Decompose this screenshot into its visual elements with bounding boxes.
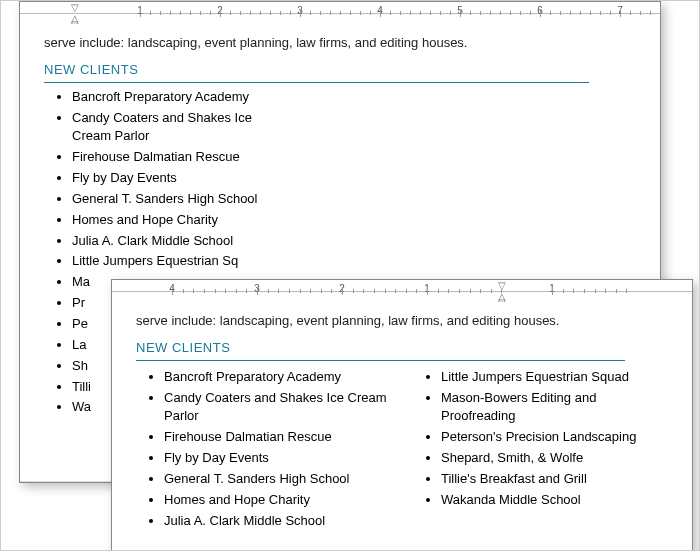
list-item: Wakanda Middle School	[441, 490, 668, 511]
list-item: Julia A. Clark Middle School	[72, 231, 292, 252]
list-item: Peterson's Precision Landscaping	[441, 427, 668, 448]
list-item: Little Jumpers Equestrian Squad	[441, 367, 668, 388]
section-title: NEW CLIENTS	[44, 61, 589, 83]
list-item: General T. Sanders High School	[72, 189, 292, 210]
intro-text: serve include: landscaping, event planni…	[44, 34, 636, 53]
stage: ▽ △ ▭ 1234567 serve include: landscaping…	[0, 0, 700, 551]
list-item: Fly by Day Events	[72, 168, 292, 189]
list-item: Homes and Hope Charity	[72, 210, 292, 231]
first-line-indent-marker-icon[interactable]: ▽	[71, 2, 79, 13]
list-item: Shepard, Smith, & Wolfe	[441, 448, 668, 469]
list-item: Bancroft Preparatory Academy	[164, 367, 391, 388]
list-item: Homes and Hope Charity	[164, 490, 391, 511]
list-item: Candy Coaters and Shakes Ice Cream Parlo…	[164, 388, 391, 428]
page-body-front: serve include: landscaping, event planni…	[112, 302, 692, 551]
ruler-back[interactable]: ▽ △ ▭ 1234567	[20, 2, 660, 24]
list-item: Little Jumpers Equestrian Sq	[72, 251, 292, 272]
list-item: Julia A. Clark Middle School	[164, 511, 391, 532]
list-item: Bancroft Preparatory Academy	[72, 87, 292, 108]
list-item: Firehouse Dalmatian Rescue	[72, 147, 292, 168]
list-item: Fly by Day Events	[164, 448, 391, 469]
document-window-front: ▽ △ ▭ 43211 serve include: landscaping, …	[111, 279, 693, 551]
ruler-front[interactable]: ▽ △ ▭ 43211	[112, 280, 692, 302]
left-indent-box-icon[interactable]: ▭	[498, 296, 506, 302]
list-item: Candy Coaters and Shakes Ice Cream Parlo…	[72, 108, 292, 148]
client-list-front-left: Bancroft Preparatory AcademyCandy Coater…	[144, 367, 391, 532]
list-item: Mason-Bowers Editing and Proofreading	[441, 388, 668, 428]
list-item: General T. Sanders High School	[164, 469, 391, 490]
left-indent-box-icon[interactable]: ▭	[71, 18, 79, 24]
intro-text: serve include: landscaping, event planni…	[136, 312, 668, 331]
client-list-front-right: Little Jumpers Equestrian SquadMason-Bow…	[421, 367, 668, 532]
list-item: Firehouse Dalmatian Rescue	[164, 427, 391, 448]
list-item: Tillie's Breakfast and Grill	[441, 469, 668, 490]
section-title: NEW CLIENTS	[136, 339, 625, 361]
